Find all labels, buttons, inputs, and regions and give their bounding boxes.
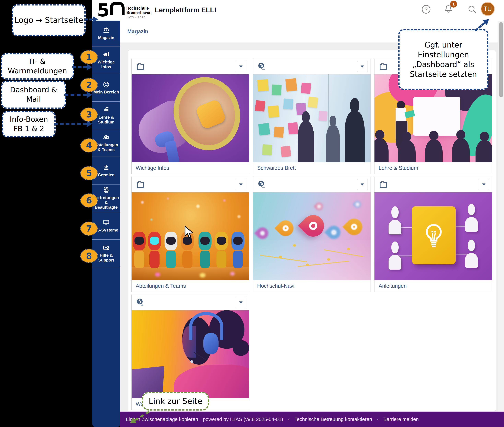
card-actions-dropdown[interactable] [479,179,489,190]
lightbulb-icon [420,217,447,253]
top-header-bar: 50 5 Hochschule Bremerhaven 1975 - 2025 … [92,0,504,21]
svg-text:?: ? [425,6,428,12]
annotation-number-4: 4 [80,138,98,152]
sidebar-label: Gremien [98,173,114,177]
chevron-down-icon [239,66,243,68]
annotation-number-8: 8 [80,249,98,263]
card-wichtige-infos[interactable]: Wichtige Infos [132,59,249,174]
robot [148,232,161,272]
chevron-down-icon [239,301,243,304]
folder-icon [135,180,145,189]
scrollbar-thumb[interactable] [499,22,503,97]
card-hochschul-navi[interactable]: Hochschul-Navi [253,177,371,292]
card-schwarzes-brett[interactable]: Schwarzes Brett [253,59,371,174]
help-button[interactable]: ? [421,4,431,14]
books-icon [103,106,110,113]
callout-it-warnmeldungen: IT- & Warnmeldungen [1,53,74,80]
report-barrier-footer-link[interactable]: Barriere melden [383,417,419,422]
bank-icon [103,27,110,34]
person-figure [387,241,403,270]
sidebar-item-magazin[interactable]: Magazin [92,21,120,46]
link-icon [257,180,267,189]
notification-count-badge: 1 [450,1,457,8]
map-pin [274,217,297,239]
folder-icon [378,180,388,189]
card-title[interactable]: Anleitungen [374,280,492,292]
megaphone-icon [103,51,110,58]
card-title[interactable]: Hochschul-Navi [253,280,371,292]
map-pin [342,215,366,238]
logo-arch-icon [110,2,124,15]
globe-people-icon [103,187,110,194]
arrow-to-wichtige-infos [72,64,92,70]
card-actions-dropdown[interactable] [236,179,246,190]
card-actions-dropdown[interactable] [236,297,246,308]
card-grid: Wichtige Infos [132,59,492,410]
callout-logo-startseite: Logo → Startseite [12,4,85,36]
card-anleitungen[interactable]: Anleitungen [374,177,492,292]
person-figure [464,240,479,268]
card-header [132,177,249,192]
card-actions-dropdown[interactable] [357,61,367,72]
monitor-icon [103,219,110,226]
card-image-map-pins [253,192,371,280]
card-header [132,59,249,74]
card-title[interactable]: Lehre & Studium [374,162,492,174]
card-image-sticky-notes [253,74,371,162]
card-title[interactable]: Wichtige Infos [132,162,249,174]
robot [133,232,146,272]
magazin-content-panel: Wichtige Infos [128,50,496,411]
vertical-scrollbar[interactable] [498,21,504,412]
mouse-cursor-icon [184,226,194,239]
annotation-number-6: 6 [80,193,98,207]
sidebar-label: Mein Bereich [93,90,119,94]
card-image-robots [132,192,249,280]
page-title: Lernplattform ELLI [155,6,216,14]
card-image-lightbulb-cube [374,192,492,280]
card-title[interactable]: Schwarzes Brett [253,162,371,174]
card-actions-dropdown[interactable] [236,61,246,72]
card-abteilungen-teams[interactable]: Abteilungen & Teams [132,177,249,292]
card-header [132,295,249,310]
robot [215,232,228,272]
logo-5-digit: 5 [97,3,109,18]
help-icon: ? [421,4,431,14]
user-avatar[interactable]: TU [481,2,495,16]
logo-50-glyph: 50 5 [97,2,124,18]
sidebar-label: Wichtige Infos [93,60,119,69]
robot [164,232,177,272]
chevron-down-icon [361,183,364,186]
folder-icon [135,62,145,71]
arrow-to-lehre-studium [54,121,92,127]
callout-dashboard-mail: Dashboard & Mail [1,81,66,109]
logo-line1: Hochschule [126,6,151,10]
card-image-headset-person [132,310,249,398]
committee-icon [103,164,110,171]
person-figure [387,206,403,234]
annotation-number-7: 7 [80,221,98,236]
annotation-number-3: 3 [80,107,98,122]
card-title[interactable]: Abteilungen & Teams [132,280,249,292]
chevron-down-icon [482,183,486,186]
chevron-down-icon [361,66,364,68]
annotation-number-1: 1 [80,50,98,64]
chevron-down-icon [239,183,243,186]
search-icon [467,4,477,14]
support-footer-link[interactable]: Technische Betreuung kontaktieren [294,417,372,422]
card-image-megaphone [132,74,249,162]
sidebar-label: Magazin [98,35,114,40]
breadcrumb[interactable]: Magazin [127,29,148,35]
footer-bar: Link in Zwischenablage kopieren powered … [120,412,504,427]
card-actions-dropdown[interactable] [357,179,367,190]
map-pin [254,225,271,241]
logo-text: Hochschule Bremerhaven 1975 - 2025 [126,6,151,19]
screenshot-stage: 50 5 Hochschule Bremerhaven 1975 - 2025 … [0,0,504,427]
search-button[interactable] [467,4,477,14]
arrow-to-mein-bereich [64,92,92,98]
person-silhouette [326,125,340,162]
map-pin [324,223,343,242]
robot [199,232,211,272]
hochschule-bremerhaven-logo[interactable]: 50 5 Hochschule Bremerhaven 1975 - 2025 [97,2,151,19]
link-icon [135,298,145,307]
folder-icon [378,62,388,71]
